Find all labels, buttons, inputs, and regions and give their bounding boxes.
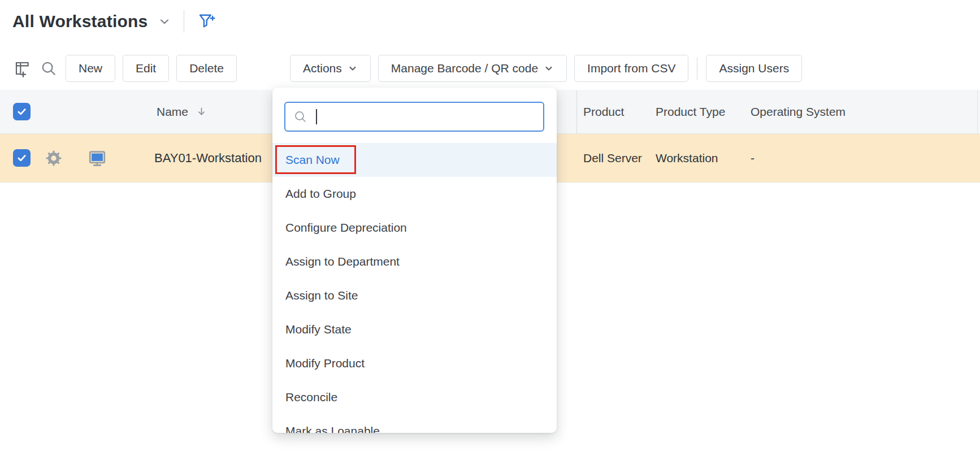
chevron-down-icon [544,63,554,73]
menu-item-label: Assign to Department [285,255,400,268]
column-divider [576,90,577,133]
menu-item-label: Scan Now [285,153,340,167]
menu-item-label: Mark as Loanable [285,424,380,433]
menu-item-modify-product[interactable]: Modify Product [272,346,557,380]
manage-barcode-label: Manage Barcode / QR code [391,62,538,75]
menu-item-label: Modify State [285,323,352,336]
menu-item-modify-state[interactable]: Modify State [272,313,557,346]
text-caret [316,109,317,124]
edit-button[interactable]: Edit [123,55,169,82]
title-bar: All Workstations [12,8,217,35]
menu-item-label: Assign to Site [285,289,358,302]
menu-item-add-to-group[interactable]: Add to Group [272,177,557,211]
edit-button-label: Edit [136,62,156,75]
menu-search-input[interactable] [320,103,543,131]
search-icon[interactable] [39,55,58,82]
title-divider [184,10,184,33]
assign-users-label: Assign Users [719,62,789,75]
import-csv-button[interactable]: Import from CSV [574,55,688,82]
table-right-border [977,90,978,134]
chevron-down-icon [348,63,358,73]
select-all-checkbox[interactable] [13,103,31,120]
menu-item-assign-to-department[interactable]: Assign to Department [272,245,557,279]
actions-button-label: Actions [303,62,342,75]
title-dropdown-chevron-icon[interactable] [158,15,171,28]
import-csv-label: Import from CSV [587,62,675,75]
column-header-product-type[interactable]: Product Type [656,105,725,119]
toolbar-divider [697,57,697,80]
search-icon [293,110,307,124]
row-product-type: Workstation [656,151,718,165]
menu-item-assign-to-site[interactable]: Assign to Site [272,279,557,313]
menu-search-box [284,102,544,132]
column-header-name-label: Name [157,105,188,119]
menu-item-mark-as-loanable[interactable]: Mark as Loanable [272,414,557,433]
toolbar: New Edit Delete Actions Manage Barcode /… [12,55,802,82]
menu-item-scan-now[interactable]: Scan Now [272,143,557,177]
manage-barcode-button[interactable]: Manage Barcode / QR code [378,55,567,82]
workstation-monitor-icon[interactable] [88,149,107,168]
sort-descending-icon [196,106,207,118]
actions-dropdown-menu: Scan Now Add to Group Configure Deprecia… [272,88,557,433]
row-operating-system: - [751,151,754,165]
workstations-page: All Workstations [0,0,980,460]
row-checkbox[interactable] [13,149,31,167]
menu-item-label: Reconcile [285,390,337,404]
menu-item-label: Modify Product [285,357,365,370]
page-title: All Workstations [12,12,148,31]
filter-add-icon[interactable] [197,11,217,32]
row-product: Dell Server [583,151,642,165]
delete-button[interactable]: Delete [176,55,237,82]
actions-button[interactable]: Actions [290,55,371,82]
row-name: BAY01-Workstation [154,151,262,166]
new-button[interactable]: New [66,55,115,82]
new-button-label: New [79,62,102,75]
gear-icon[interactable] [45,149,63,167]
delete-button-label: Delete [189,62,224,75]
menu-item-reconcile[interactable]: Reconcile [272,380,557,414]
column-header-product[interactable]: Product [583,105,624,119]
actions-menu-list: Scan Now Add to Group Configure Deprecia… [272,143,557,433]
menu-item-label: Add to Group [285,187,356,201]
assign-users-button[interactable]: Assign Users [706,55,802,82]
column-header-name[interactable]: Name [157,105,207,119]
column-header-operating-system[interactable]: Operating System [751,105,845,119]
add-column-icon[interactable] [12,55,32,82]
menu-item-label: Configure Depreciation [285,221,407,235]
menu-item-configure-depreciation[interactable]: Configure Depreciation [272,211,557,245]
